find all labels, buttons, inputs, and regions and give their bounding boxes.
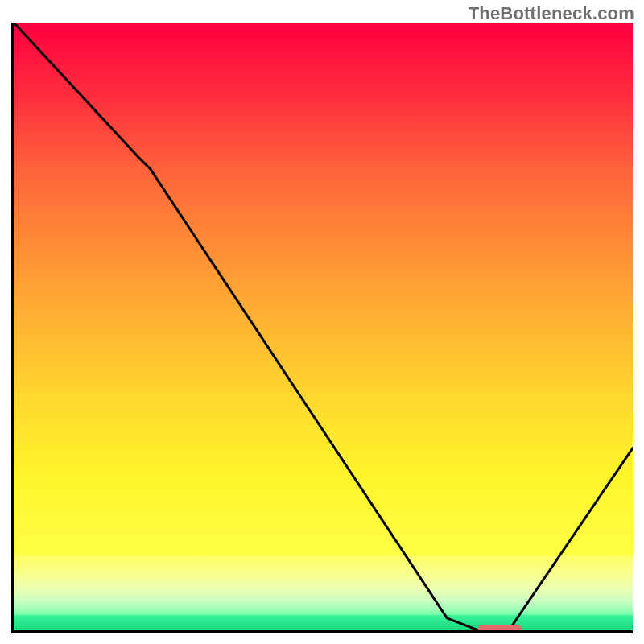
curve-svg [14, 23, 633, 630]
bottleneck-chart: TheBottleneck.com [0, 0, 644, 644]
plot-outer [11, 23, 633, 633]
plot-area [14, 23, 633, 630]
x-axis-line [11, 630, 633, 633]
curve-path [14, 23, 633, 630]
watermark-text: TheBottleneck.com [469, 3, 634, 24]
optimal-marker [478, 625, 522, 630]
